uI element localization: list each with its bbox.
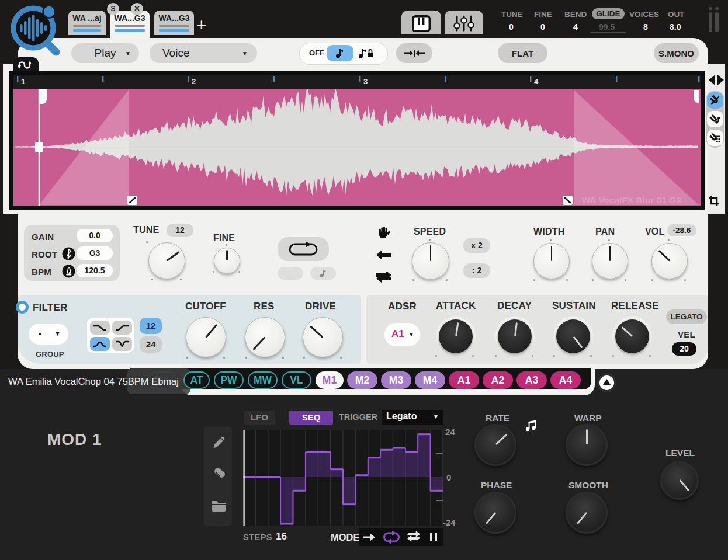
svg-text:2: 2 (192, 77, 196, 86)
svg-text:1: 1 (21, 77, 25, 86)
svg-text:WA VocalFX Blur 01 G3: WA VocalFX Blur 01 G3 (581, 195, 681, 205)
svg-text:4: 4 (534, 77, 539, 86)
svg-text:3: 3 (363, 77, 368, 86)
